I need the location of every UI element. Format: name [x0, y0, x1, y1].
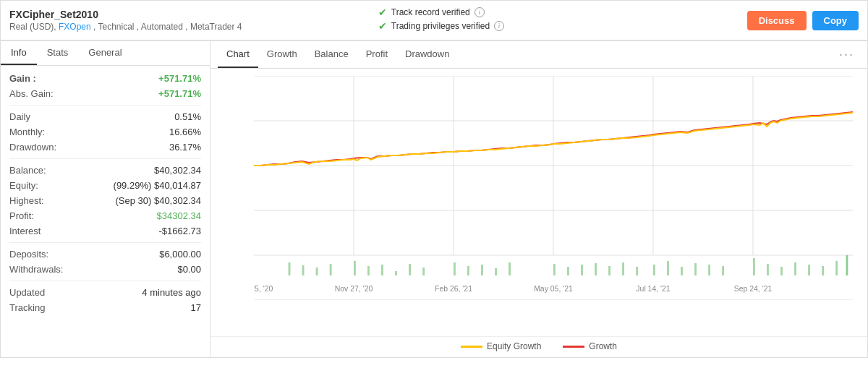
svg-rect-41 — [694, 263, 697, 275]
chart-tab-growth[interactable]: Growth — [258, 41, 306, 68]
fxopen-link[interactable]: FXOpen — [59, 22, 91, 32]
svg-rect-20 — [354, 261, 356, 275]
interest-row: Interest -$1662.73 — [9, 226, 201, 236]
svg-rect-40 — [681, 267, 683, 275]
monthly-value: 16.66% — [169, 127, 201, 137]
svg-rect-43 — [722, 266, 724, 275]
equity-legend-label: Equity Growth — [487, 341, 541, 351]
chart-tabs: Chart Growth Balance Profit Drawdown ··· — [210, 41, 867, 69]
balance-value: $40,302.34 — [154, 165, 201, 176]
svg-rect-42 — [708, 265, 710, 275]
balance-label: Balance: — [9, 165, 46, 176]
copy-button[interactable]: Copy — [812, 11, 859, 30]
svg-rect-24 — [409, 264, 411, 275]
abs-gain-label: Abs. Gain: — [9, 88, 54, 99]
info-icon-2[interactable]: i — [494, 21, 504, 31]
svg-rect-26 — [454, 262, 456, 275]
svg-rect-46 — [780, 267, 783, 275]
account-title: FXCipher_Set2010 — [9, 9, 378, 20]
svg-rect-18 — [316, 268, 318, 275]
highest-label: Highest: — [9, 195, 44, 206]
tab-stats[interactable]: Stats — [37, 41, 79, 65]
check-icon-2: ✔ — [378, 20, 387, 32]
profit-row: Profit: $34302.34 — [9, 210, 201, 221]
info-content: Gain : +571.71% Abs. Gain: +571.71% Dail… — [1, 66, 210, 325]
svg-rect-19 — [330, 264, 332, 275]
legend-growth: Growth — [563, 341, 617, 351]
balance-row: Balance: $40,302.34 — [9, 165, 201, 176]
svg-text:Jul 14, '21: Jul 14, '21 — [636, 284, 670, 293]
svg-rect-31 — [553, 264, 556, 275]
account-subtitle: Real (USD), FXOpen , Technical , Automat… — [9, 22, 378, 32]
svg-rect-16 — [289, 262, 291, 275]
growth-legend-line — [563, 346, 584, 348]
svg-rect-36 — [622, 262, 624, 275]
header-left: FXCipher_Set2010 Real (USD), FXOpen , Te… — [9, 9, 378, 32]
monthly-row: Monthly: 16.66% — [9, 127, 201, 137]
right-panel: Chart Growth Balance Profit Drawdown ··· — [210, 41, 867, 357]
daily-value: 0.51% — [174, 111, 201, 122]
divider-4 — [9, 281, 201, 281]
svg-rect-30 — [509, 262, 511, 275]
drawdown-label: Drawdown: — [9, 142, 56, 153]
withdrawals-row: Withdrawals: $0.00 — [9, 264, 201, 275]
legend-equity: Equity Growth — [461, 341, 541, 351]
tracking-row: Tracking 17 — [9, 302, 201, 313]
daily-label: Daily — [9, 111, 30, 122]
updated-label: Updated — [9, 287, 45, 298]
interest-value: -$1662.73 — [158, 226, 201, 236]
svg-text:Feb 26, '21: Feb 26, '21 — [435, 284, 472, 293]
svg-rect-50 — [835, 261, 838, 275]
trading-privileges-verification: ✔ Trading privileges verified i — [378, 20, 747, 32]
chart-tab-drawdown[interactable]: Drawdown — [396, 41, 458, 68]
check-icon-1: ✔ — [378, 7, 387, 18]
updated-row: Updated 4 minutes ago — [9, 287, 201, 298]
svg-rect-51 — [846, 255, 848, 275]
svg-rect-37 — [636, 267, 638, 275]
svg-rect-38 — [653, 265, 655, 275]
divider-3 — [9, 242, 201, 243]
svg-rect-28 — [481, 265, 483, 275]
tracking-label: Tracking — [9, 302, 45, 313]
profit-label: Profit: — [9, 210, 34, 221]
highest-value: (Sep 30) $40,302.34 — [115, 195, 201, 206]
withdrawals-label: Withdrawals: — [9, 264, 63, 275]
svg-rect-47 — [794, 262, 796, 275]
growth-legend-label: Growth — [589, 341, 617, 351]
info-icon-1[interactable]: i — [475, 7, 485, 17]
svg-rect-29 — [495, 268, 497, 275]
svg-rect-49 — [822, 266, 824, 275]
gain-value: +571.71% — [158, 73, 201, 84]
equity-label: Equity: — [9, 180, 38, 191]
divider-2 — [9, 158, 201, 159]
svg-rect-23 — [395, 271, 397, 275]
monthly-label: Monthly: — [9, 127, 45, 137]
svg-text:May 05, '21: May 05, '21 — [534, 284, 573, 293]
svg-rect-22 — [381, 265, 383, 275]
svg-rect-39 — [667, 261, 669, 275]
left-panel: Info Stats General Gain : +571.71% Abs. … — [1, 41, 210, 357]
updated-value: 4 minutes ago — [142, 287, 201, 298]
drawdown-value: 36.17% — [169, 142, 201, 153]
interest-label: Interest — [9, 226, 41, 236]
divider-1 — [9, 105, 201, 106]
verification1-text: Track record verified — [391, 7, 470, 17]
profit-value: $34302.34 — [157, 210, 201, 221]
svg-rect-32 — [567, 267, 569, 275]
withdrawals-value: $0.00 — [177, 264, 201, 275]
drawdown-row: Drawdown: 36.17% — [9, 142, 201, 153]
tab-general[interactable]: General — [78, 41, 132, 65]
header-actions: Discuss Copy — [747, 11, 859, 30]
svg-rect-44 — [753, 258, 755, 275]
chart-more-button[interactable]: ··· — [833, 41, 860, 68]
deposits-value: $6,000.00 — [159, 249, 201, 260]
equity-legend-line — [461, 346, 482, 348]
chart-tab-chart[interactable]: Chart — [218, 41, 258, 68]
discuss-button[interactable]: Discuss — [747, 11, 807, 30]
chart-legend: Equity Growth Growth — [210, 336, 867, 357]
tab-info[interactable]: Info — [1, 41, 37, 65]
chart-tab-balance[interactable]: Balance — [306, 41, 357, 68]
equity-value: (99.29%) $40,014.87 — [114, 180, 201, 191]
tracking-value: 17 — [191, 302, 201, 313]
chart-tab-profit[interactable]: Profit — [357, 41, 396, 68]
